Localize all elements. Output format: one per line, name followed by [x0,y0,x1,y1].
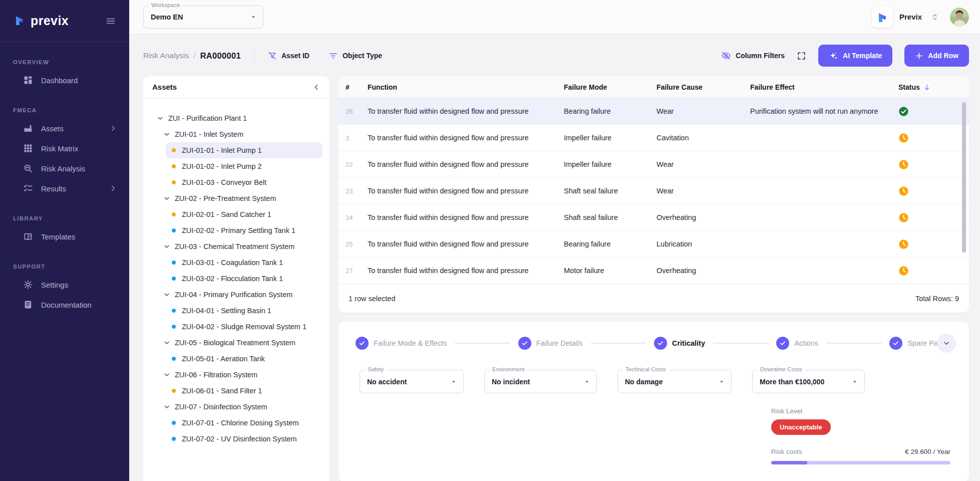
table-row[interactable]: 22 To transfer fluid within designed flo… [339,151,969,178]
step-check-icon [654,337,667,350]
tree-item[interactable]: ZUI-02-01 - Sand Catcher 1 [166,206,322,222]
sidebar-item-templates[interactable]: Templates [0,226,129,247]
assets-panel-title: Assets [152,83,177,91]
factory-icon [23,123,33,133]
risk-level-label: Risk Level [771,407,950,415]
sort-descending-icon[interactable] [923,83,931,91]
tree-item[interactable]: ZUI-04 - Primary Purification System [159,287,322,303]
select-field-label: Environment [490,366,527,372]
tree-item[interactable]: ZUI-03-01 - Coagulation Tank 1 [166,255,322,271]
quick-filter-object-type[interactable]: Object Type [329,51,382,61]
tree-item[interactable]: ZUI-02-02 - Primary Settling Tank 1 [166,222,322,238]
cell-failure-mode: Motor failure [564,267,657,275]
sidebar-item-dashboard[interactable]: Dashboard [0,70,129,90]
tree-item[interactable]: ZUI-05-01 - Aeration Tank [166,351,322,367]
column-filters-toggle[interactable]: Column Filters [721,51,785,61]
add-row-button[interactable]: Add Row [904,45,969,67]
expand-icon[interactable] [797,51,806,61]
step-connector [713,343,768,344]
sidebar-item-risk-analysis[interactable]: Risk Analysis [0,158,129,178]
cell-function: To transfer fluid within designed flow a… [368,240,564,248]
user-avatar[interactable] [950,8,969,27]
hamburger-menu-icon[interactable] [105,16,116,27]
tree-item[interactable]: ZUI-07 - Disinfection System [159,399,322,415]
sidebar: previx OVERVIEW Dashboard FMECA Assets R… [0,0,129,481]
table-row[interactable]: 3 To transfer fluid within designed flow… [339,125,969,151]
workspace-select[interactable]: Workspace Demo EN [143,6,263,29]
column-header-failure-cause[interactable]: Failure Cause [657,83,750,91]
blue-status-dot [170,357,177,361]
tree-item[interactable]: ZUI-06-01 - Sand Filter 1 [166,383,322,399]
account-switcher-icon[interactable] [930,13,939,22]
select-field-label: Safety [365,366,387,372]
tree-item[interactable]: ZUI-01-03 - Conveyor Belt [166,174,322,190]
select-safety[interactable]: Safety No accident [360,370,464,393]
cell-function: To transfer fluid within designed flow a… [368,160,564,168]
table-scrollbar-thumb[interactable] [962,102,966,253]
chevron-down-icon [157,115,164,122]
chevron-left-icon[interactable] [312,83,320,91]
tree-item[interactable]: ZUI-03-02 - Flocculation Tank 1 [166,271,322,287]
blue-status-dot [170,277,177,281]
cell-failure-cause: Overheating [657,213,750,221]
select-environment[interactable]: Environment No incident [484,370,597,393]
table-body: 26 To transfer fluid within designed flo… [339,98,969,284]
tree-item[interactable]: ZUI-07-02 - UV Disinfection System [166,431,322,447]
step-actions[interactable]: Actions [776,337,818,350]
cell-failure-mode: Shaft seal failure [564,187,657,195]
tree-item[interactable]: ZUI-01 - Inlet System [159,126,322,142]
tree-item-label: ZUI-07-01 - Chlorine Dosing System [182,419,299,427]
quick-filters: Asset ID Object Type [267,51,401,61]
column-header-num[interactable]: # [346,83,368,91]
collapse-panel-button[interactable] [937,334,956,353]
criticality-fields: Safety No accident Environment No incide… [339,350,969,393]
tree-item[interactable]: ZUI-01-02 - Inlet Pump 2 [166,158,322,174]
quick-filter-asset-id[interactable]: Asset ID [267,51,309,61]
tree-item[interactable]: ZUI-01-01 - Inlet Pump 1 [166,142,322,158]
tree-item[interactable]: ZUI-06 - Filtration System [159,367,322,383]
tree-item[interactable]: ZUI-04-01 - Settling Basin 1 [166,303,322,319]
sidebar-item-results[interactable]: Results [0,178,129,198]
sidebar-item-assets[interactable]: Assets [0,118,129,138]
step-criticality[interactable]: Criticality [654,337,705,350]
risk-costs-bar-fill [771,461,807,464]
results-checklist-icon [23,183,33,193]
select-technical-costs[interactable]: Technical Costs No damage [617,370,732,393]
column-header-label: Function [368,83,397,91]
table-row[interactable]: 26 To transfer fluid within designed flo… [339,98,969,125]
tree-item[interactable]: ZUI-04-02 - Sludge Removal System 1 [166,319,322,335]
tree-item[interactable]: ZUI-07-01 - Chlorine Dosing System [166,415,322,431]
stepper: Failure Mode & Effects Failure Details C… [339,322,969,350]
cell-row-number: 25 [346,241,368,248]
table-row[interactable]: 24 To transfer fluid within designed flo… [339,204,969,231]
select-downtime-costs[interactable]: Downtime Costs More than €100,000 [752,370,865,393]
sidebar-section: SUPPORT Settings Documentation [0,264,129,315]
account-logo-tile[interactable] [872,7,893,28]
column-header-function[interactable]: Function [368,83,564,91]
step-failure-details[interactable]: Failure Details [518,337,583,350]
table-row[interactable]: 25 To transfer fluid within designed flo… [339,231,969,258]
table-row[interactable]: 27 To transfer fluid within designed flo… [339,258,969,284]
status-pending-clock-icon [898,212,969,223]
column-header-failure-effect[interactable]: Failure Effect [750,83,898,91]
step-failure-mode-effects[interactable]: Failure Mode & Effects [356,337,447,350]
select-field-label: Technical Costs [623,366,669,372]
cell-failure-cause: Wear [657,107,750,115]
table-footer: 1 row selected Total Rows: 9 [339,284,969,313]
tree-item-label: ZUI-07 - Disinfection System [175,403,267,411]
tree-item[interactable]: ZUI-03 - Chemical Treatment System [159,238,322,255]
tree-item-label: ZUI-03 - Chemical Treatment System [175,243,294,251]
table-row[interactable]: 23 To transfer fluid within designed flo… [339,178,969,204]
ai-template-button[interactable]: AI Template [818,45,892,67]
column-header-failure-mode[interactable]: Failure Mode [564,83,657,91]
tree-item[interactable]: ZUI-05 - Biological Treatment System [159,335,322,351]
orange-status-dot [170,164,177,168]
sidebar-item-risk-matrix[interactable]: Risk Matrix [0,138,129,158]
breadcrumb-section[interactable]: Risk Analysis [143,51,189,60]
tree-item[interactable]: ZUI - Purification Plant 1 [152,110,322,126]
sidebar-item-settings[interactable]: Settings [0,275,129,295]
risk-costs-row: Risk costs € 29.600 / Year [771,448,950,455]
column-header-status[interactable]: Status [898,83,969,91]
tree-item[interactable]: ZUI-02 - Pre-Treatment System [159,190,322,206]
sidebar-item-documentation[interactable]: Documentation [0,295,129,315]
